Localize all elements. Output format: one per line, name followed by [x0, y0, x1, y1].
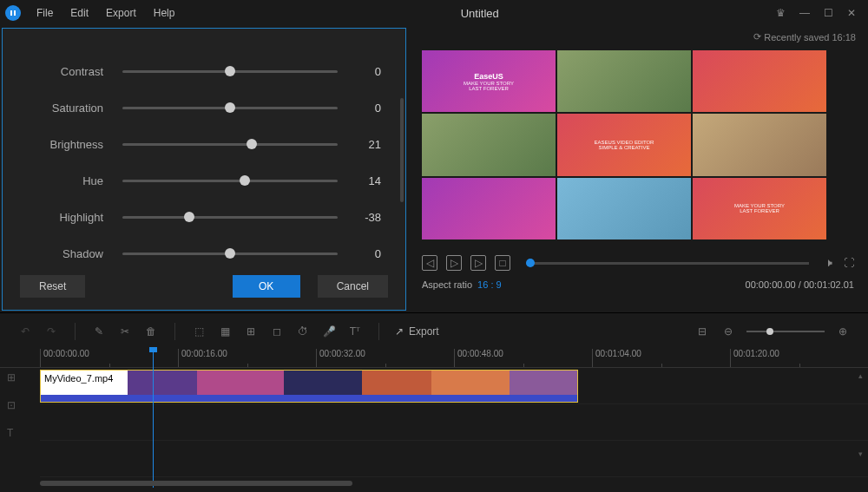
timecode: 00:00:00.00 / 00:01:02.01 — [746, 279, 854, 290]
contrast-slider[interactable] — [122, 70, 338, 73]
save-status: ⟳ Recently saved 16:18 — [753, 31, 856, 43]
brightness-value: 21 — [338, 138, 381, 151]
preview-tile — [557, 50, 691, 112]
preview-canvas: EaseUSMAKE YOUR STORYLAST FOREVER EASEUS… — [422, 50, 826, 239]
aspect-ratio-label: Aspect ratio — [422, 279, 472, 290]
time-ruler[interactable]: 00:00:00.00 00:00:16.00 00:00:32.00 00:0… — [0, 349, 868, 368]
preview-tile: EaseUSMAKE YOUR STORYLAST FOREVER — [422, 50, 556, 112]
pip-track[interactable] — [40, 404, 868, 441]
timeline-toolbar: ↶ ↷ ✎ ✂ 🗑 ⬚ ▦ ⊞ ◻ ⏱ 🎤 Tᵀ ↗ Export ⊟ ⊖ ⊕ — [0, 312, 868, 349]
highlight-label: Highlight — [27, 211, 122, 224]
freeze-icon[interactable]: ◻ — [269, 324, 285, 339]
text-track[interactable] — [40, 441, 868, 477]
contrast-label: Contrast — [27, 65, 122, 78]
prev-frame-button[interactable]: ◁ — [422, 255, 437, 271]
zoom-tool-icon[interactable]: ⊞ — [243, 324, 259, 339]
tracks-down-icon[interactable]: ▾ — [858, 449, 863, 458]
delete-icon[interactable]: 🗑 — [143, 324, 159, 339]
play-button[interactable]: ▷ — [446, 255, 462, 271]
hue-slider[interactable] — [122, 180, 338, 182]
brightness-label: Brightness — [27, 138, 122, 151]
maximize-button[interactable]: ☐ — [824, 7, 833, 19]
video-clip[interactable]: MyVideo_7.mp4 — [40, 370, 578, 403]
preview-tile — [693, 50, 826, 112]
zoom-fit-icon[interactable]: ⊟ — [694, 324, 710, 339]
saturation-slider[interactable] — [122, 107, 338, 109]
fullscreen-icon[interactable]: ⛶ — [844, 257, 854, 269]
titlebar: File Edit Export Help Untitled ♛ — ☐ ✕ — [0, 0, 868, 26]
ruler-tick: 00:01:20.00 — [730, 349, 868, 367]
color-adjust-panel: Contrast0 Saturation0 Brightness21 Hue14… — [2, 28, 406, 311]
pip-track-icon[interactable]: ⊡ — [7, 399, 16, 411]
ruler-tick: 00:00:32.00 — [316, 349, 454, 367]
preview-tile — [557, 178, 691, 239]
clip-name: MyVideo_7.mp4 — [44, 373, 113, 384]
ruler-tick: 00:00:16.00 — [178, 349, 316, 367]
volume-icon[interactable]: 🕨 — [825, 257, 835, 269]
preview-tile — [422, 178, 556, 239]
reset-button[interactable]: Reset — [20, 275, 85, 298]
brightness-slider[interactable] — [122, 143, 338, 146]
ruler-tick: 00:00:48.00 — [454, 349, 592, 367]
timeline: 00:00:00.00 00:00:16.00 00:00:32.00 00:0… — [0, 349, 868, 488]
cancel-button[interactable]: Cancel — [318, 275, 388, 298]
preview-tile — [422, 114, 556, 175]
vip-icon[interactable]: ♛ — [776, 7, 786, 19]
preview-tile — [693, 114, 826, 175]
video-track[interactable]: MyVideo_7.mp4 — [40, 368, 868, 404]
stop-button[interactable]: □ — [495, 255, 510, 271]
preview-tile: MAKE YOUR STORYLAST FOREVER — [693, 178, 826, 239]
hue-label: Hue — [27, 174, 122, 187]
menu-edit[interactable]: Edit — [62, 3, 97, 23]
aspect-ratio-value[interactable]: 16 : 9 — [477, 279, 502, 290]
minimize-button[interactable]: — — [799, 7, 810, 19]
redo-icon[interactable]: ↷ — [43, 324, 59, 339]
video-track-icon[interactable]: ⊞ — [7, 371, 16, 384]
main-menu: File Edit Export Help — [28, 3, 183, 23]
crop-icon[interactable]: ⬚ — [191, 324, 207, 339]
ruler-tick: 00:01:04.00 — [592, 349, 730, 367]
menu-help[interactable]: Help — [145, 3, 184, 23]
highlight-value: -38 — [338, 211, 381, 224]
preview-tile: EASEUS VIDEO EDITORSIMPLE & CREATIVE — [557, 114, 691, 175]
shadow-slider[interactable] — [122, 253, 338, 255]
app-logo — [5, 5, 21, 21]
export-button[interactable]: ↗ Export — [395, 325, 439, 338]
next-frame-button[interactable]: ▷ — [470, 255, 486, 271]
tracks-up-icon[interactable]: ▴ — [858, 371, 863, 380]
timeline-scrollbar[interactable] — [40, 481, 352, 486]
preview-pane: ⟳ Recently saved 16:18 EaseUSMAKE YOUR S… — [408, 26, 868, 312]
duration-icon[interactable]: ⏱ — [295, 324, 311, 339]
undo-icon[interactable]: ↶ — [17, 324, 33, 339]
contrast-value: 0 — [338, 65, 381, 78]
text-speech-icon[interactable]: Tᵀ — [347, 324, 363, 339]
zoom-in-icon[interactable]: ⊕ — [835, 324, 851, 339]
menu-file[interactable]: File — [28, 3, 62, 23]
split-icon[interactable]: ✂ — [117, 324, 133, 339]
text-track-icon[interactable]: T — [7, 427, 16, 439]
hue-value: 14 — [338, 174, 381, 187]
document-title: Untitled — [183, 7, 776, 20]
ruler-tick: 00:00:00.00 — [40, 349, 178, 367]
playhead[interactable] — [153, 349, 154, 488]
highlight-slider[interactable] — [122, 216, 338, 219]
close-button[interactable]: ✕ — [847, 7, 856, 19]
voiceover-icon[interactable]: 🎤 — [321, 324, 337, 339]
panel-scrollbar[interactable] — [400, 98, 404, 202]
playback-slider[interactable] — [526, 262, 809, 265]
shadow-value: 0 — [338, 247, 381, 260]
menu-export[interactable]: Export — [97, 3, 145, 23]
zoom-slider[interactable] — [746, 331, 825, 332]
ok-button[interactable]: OK — [233, 275, 300, 298]
shadow-label: Shadow — [27, 247, 122, 260]
edit-icon[interactable]: ✎ — [91, 324, 107, 339]
saturation-value: 0 — [338, 102, 381, 115]
saturation-label: Saturation — [27, 102, 122, 115]
zoom-out-icon[interactable]: ⊖ — [720, 324, 736, 339]
mosaic-icon[interactable]: ▦ — [217, 324, 233, 339]
